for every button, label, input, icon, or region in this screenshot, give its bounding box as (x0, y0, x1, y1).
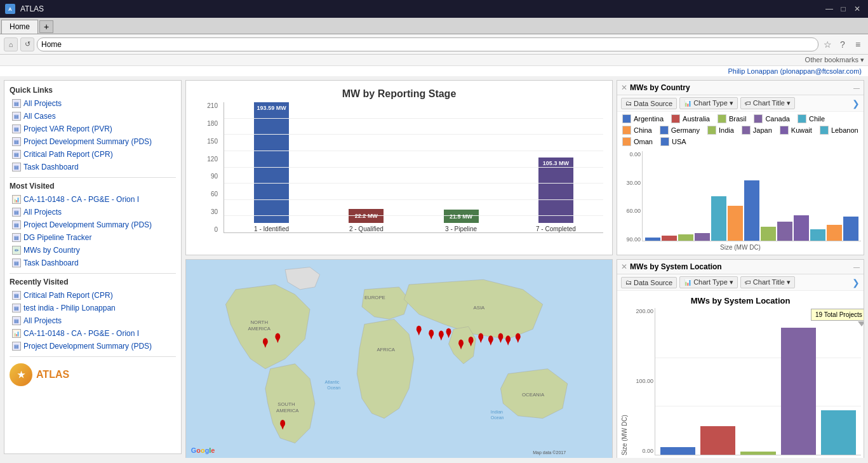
user-bar[interactable]: Philip Lonappan (plonappan@ftcsolar.com) (0, 66, 868, 76)
report-icon: ▤ (12, 124, 21, 133)
small-bar-7 (761, 227, 776, 241)
small-bar-8 (777, 222, 792, 241)
sidebar-item-ca-11-0148-2[interactable]: 📊 CA-11-0148 - CA - PG&E - Orion I (10, 327, 176, 340)
legend-color-india (707, 126, 716, 135)
chart-type-button-1[interactable]: 📊 Chart Type ▾ (679, 97, 738, 109)
legend-color-argentina (622, 114, 631, 123)
small-bar-3 (695, 233, 710, 241)
panel-expand-icon[interactable]: ❯ (852, 98, 860, 109)
small-bar-1 (662, 236, 677, 241)
bar-chart-area: 0 30 60 90 120 150 180 210 (189, 102, 610, 252)
minimize-button[interactable]: — (824, 3, 835, 15)
bar-pipeline-xlabel: 3 - Pipeline (445, 225, 477, 232)
legend-usa: USA (660, 137, 686, 146)
data-source-button-2[interactable]: 🗂 Data Source (621, 277, 677, 288)
bar-qualified: 22.2 MW 2 - Qualified (325, 209, 407, 232)
mws-by-country-panel: ✕ MWs by Country — 🗂 Data Source 📊 Chart… (617, 80, 864, 255)
tooltip-arrow (858, 321, 864, 326)
sidebar-item-all-projects-2[interactable]: ▤ All Projects (10, 206, 176, 218)
small-bar-10 (810, 229, 825, 241)
legend-color-lebanon (820, 126, 829, 135)
charttype-icon-2: 📊 (684, 279, 691, 286)
sidebar-item-test-india[interactable]: ▤ test india - Philip Lonappan (10, 302, 176, 314)
legend-color-australia (671, 114, 680, 123)
world-map-svg: NORTH AMERICA SOUTH AMERICA AFRICA EUROP… (186, 260, 612, 458)
sidebar-item-all-projects-3[interactable]: ▤ All Projects (10, 314, 176, 327)
bar-completed: 105.3 MW 7 - Completed (515, 158, 597, 232)
country-legend: Argentina Australia Brasil Canada (617, 112, 864, 149)
sidebar-item-all-cases[interactable]: ▤ All Cases (10, 110, 176, 123)
legend-color-japan (742, 126, 751, 135)
small-bar-2 (678, 234, 693, 241)
sys-grid-1 (655, 406, 861, 406)
menu-icon[interactable]: ≡ (851, 38, 864, 51)
sys-chart-area: MWs by System Location Size (MW DC) 0.00… (617, 291, 864, 458)
report-icon: ▤ (12, 208, 21, 217)
svg-text:Indian: Indian (491, 410, 503, 414)
panel-expand-sys-icon[interactable]: ❯ (852, 278, 860, 288)
small-bars-wrapper (642, 151, 861, 243)
report-icon: ▤ (12, 163, 21, 171)
datasource-icon-1: 🗂 (625, 100, 632, 107)
tab-bar: Home + (0, 18, 868, 34)
window-controls[interactable]: — □ ✕ (824, 3, 863, 15)
help-icon[interactable]: ? (836, 38, 849, 51)
sidebar-item-task-dashboard-1[interactable]: ▤ Task Dashboard (10, 161, 176, 173)
svg-text:AMERICA: AMERICA (276, 408, 299, 413)
grid-line-5 (224, 151, 603, 151)
panel-close-sys-icon[interactable]: ✕ (621, 262, 627, 271)
data-source-button-1[interactable]: 🗂 Data Source (621, 98, 677, 109)
chart-title-button-2[interactable]: 🏷 Chart Title ▾ (740, 276, 795, 288)
report-icon: ▤ (12, 304, 21, 312)
sidebar-item-all-projects-1[interactable]: ▤ All Projects (10, 97, 176, 110)
small-bar-11 (827, 225, 842, 241)
bar-identified: 193.59 MW 1 - Identified (230, 102, 312, 232)
panel-minimize-sys-icon[interactable]: — (853, 264, 860, 271)
report-icon: ▤ (12, 137, 21, 146)
most-visited-section: Most Visited 📊 CA-11-0148 - CA - PG&E - … (10, 182, 176, 269)
grid-line-7 (224, 118, 603, 119)
other-bookmarks[interactable]: Other bookmarks ▾ (805, 56, 864, 64)
bar-completed-xlabel: 7 - Completed (536, 225, 576, 232)
panel-close-icon[interactable]: ✕ (621, 83, 627, 92)
svg-text:Ocean: Ocean (327, 386, 340, 390)
sidebar-item-pds-2[interactable]: ▤ Project Development Summary (PDS) (10, 218, 176, 231)
sidebar-bottom: ★ ATLAS (10, 356, 176, 389)
bookmark-star-icon[interactable]: ☆ (821, 38, 834, 51)
url-input[interactable] (37, 37, 818, 51)
close-button[interactable]: ✕ (851, 3, 863, 15)
svg-text:AMERICA: AMERICA (248, 326, 271, 332)
bar-qualified-xlabel: 2 - Qualified (349, 225, 384, 232)
legend-brasil: Brasil (718, 114, 747, 123)
sidebar-item-pds[interactable]: ▤ Project Development Summary (PDS) (10, 135, 176, 148)
sidebar-item-pvr[interactable]: ▤ Project VAR Report (PVR) (10, 123, 176, 135)
chart-icon: 📊 (12, 195, 21, 204)
sidebar-item-task-dashboard-2[interactable]: ▤ Task Dashboard (10, 257, 176, 269)
bookmark-bar: Other bookmarks ▾ (0, 55, 868, 66)
home-nav-button[interactable]: ⌂ (4, 37, 18, 51)
legend-germany: Germany (660, 126, 700, 135)
new-tab-button[interactable]: + (39, 20, 53, 33)
sidebar-item-dg-pipeline[interactable]: ▤ DG Pipeline Tracker (10, 231, 176, 244)
small-bar-4 (711, 196, 726, 241)
bar-identified-xlabel: 1 - Identified (254, 225, 289, 232)
maximize-button[interactable]: □ (838, 3, 849, 15)
panel-minimize-icon[interactable]: — (853, 84, 860, 91)
refresh-button[interactable]: ↺ (20, 37, 34, 51)
legend-color-brasil (718, 114, 726, 123)
small-bars-area (642, 151, 861, 241)
small-bar-6 (744, 180, 759, 241)
chart-type-button-2[interactable]: 📊 Chart Type ▾ (679, 276, 738, 288)
sidebar-item-cpr-2[interactable]: ▤ Critical Path Report (CPR) (10, 289, 176, 302)
sidebar-item-cpr[interactable]: ▤ Critical Path Report (CPR) (10, 148, 176, 161)
report-icon: ▤ (12, 316, 21, 325)
sidebar-item-pds-3[interactable]: ▤ Project Development Summary (PDS) (10, 340, 176, 352)
sidebar-item-ca-11-0148-1[interactable]: 📊 CA-11-0148 - CA - PG&E - Orion I (10, 193, 176, 206)
small-bar-12 (843, 217, 858, 241)
tab-home[interactable]: Home (1, 20, 38, 34)
chart-title-button-1[interactable]: 🏷 Chart Title ▾ (740, 97, 795, 109)
sidebar-item-mws-country[interactable]: ✏ MWs by Country (10, 244, 176, 257)
svg-text:SOUTH: SOUTH (277, 401, 295, 407)
mws-sys-title: MWs by System Location (630, 262, 851, 271)
legend-color-china (622, 126, 631, 135)
